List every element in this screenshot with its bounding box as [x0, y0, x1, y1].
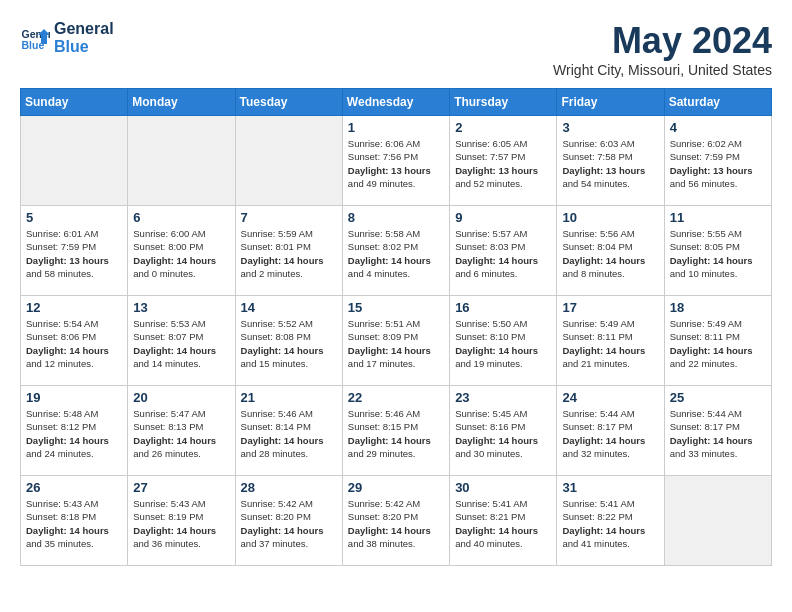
day-number: 30: [455, 480, 551, 495]
cell-info: Sunrise: 6:06 AMSunset: 7:56 PMDaylight:…: [348, 137, 444, 190]
calendar-week-3: 12Sunrise: 5:54 AMSunset: 8:06 PMDayligh…: [21, 296, 772, 386]
month-title: May 2024: [553, 20, 772, 62]
cell-info: Sunrise: 6:02 AMSunset: 7:59 PMDaylight:…: [670, 137, 766, 190]
calendar-cell: 16Sunrise: 5:50 AMSunset: 8:10 PMDayligh…: [450, 296, 557, 386]
day-number: 5: [26, 210, 122, 225]
cell-info: Sunrise: 5:50 AMSunset: 8:10 PMDaylight:…: [455, 317, 551, 370]
logo: General Blue General Blue: [20, 20, 114, 56]
cell-info: Sunrise: 5:43 AMSunset: 8:19 PMDaylight:…: [133, 497, 229, 550]
cell-info: Sunrise: 6:05 AMSunset: 7:57 PMDaylight:…: [455, 137, 551, 190]
calendar-cell: 5Sunrise: 6:01 AMSunset: 7:59 PMDaylight…: [21, 206, 128, 296]
calendar-cell: 27Sunrise: 5:43 AMSunset: 8:19 PMDayligh…: [128, 476, 235, 566]
day-number: 13: [133, 300, 229, 315]
day-number: 26: [26, 480, 122, 495]
header: General Blue General Blue May 2024 Wrigh…: [20, 20, 772, 78]
day-number: 29: [348, 480, 444, 495]
day-number: 11: [670, 210, 766, 225]
calendar-cell: 22Sunrise: 5:46 AMSunset: 8:15 PMDayligh…: [342, 386, 449, 476]
cell-info: Sunrise: 5:59 AMSunset: 8:01 PMDaylight:…: [241, 227, 337, 280]
cell-info: Sunrise: 5:43 AMSunset: 8:18 PMDaylight:…: [26, 497, 122, 550]
cell-info: Sunrise: 5:57 AMSunset: 8:03 PMDaylight:…: [455, 227, 551, 280]
cell-info: Sunrise: 5:55 AMSunset: 8:05 PMDaylight:…: [670, 227, 766, 280]
day-number: 14: [241, 300, 337, 315]
logo-blue: Blue: [54, 38, 114, 56]
calendar-cell: 25Sunrise: 5:44 AMSunset: 8:17 PMDayligh…: [664, 386, 771, 476]
calendar-week-1: 1Sunrise: 6:06 AMSunset: 7:56 PMDaylight…: [21, 116, 772, 206]
day-number: 16: [455, 300, 551, 315]
calendar-cell: 29Sunrise: 5:42 AMSunset: 8:20 PMDayligh…: [342, 476, 449, 566]
day-number: 17: [562, 300, 658, 315]
cell-info: Sunrise: 5:41 AMSunset: 8:21 PMDaylight:…: [455, 497, 551, 550]
cell-info: Sunrise: 6:03 AMSunset: 7:58 PMDaylight:…: [562, 137, 658, 190]
calendar-cell: 15Sunrise: 5:51 AMSunset: 8:09 PMDayligh…: [342, 296, 449, 386]
cell-info: Sunrise: 5:52 AMSunset: 8:08 PMDaylight:…: [241, 317, 337, 370]
day-number: 8: [348, 210, 444, 225]
calendar-cell: 20Sunrise: 5:47 AMSunset: 8:13 PMDayligh…: [128, 386, 235, 476]
cell-info: Sunrise: 5:54 AMSunset: 8:06 PMDaylight:…: [26, 317, 122, 370]
calendar-cell: 12Sunrise: 5:54 AMSunset: 8:06 PMDayligh…: [21, 296, 128, 386]
weekday-header-sunday: Sunday: [21, 89, 128, 116]
cell-info: Sunrise: 5:56 AMSunset: 8:04 PMDaylight:…: [562, 227, 658, 280]
calendar-cell: 7Sunrise: 5:59 AMSunset: 8:01 PMDaylight…: [235, 206, 342, 296]
calendar-cell: 24Sunrise: 5:44 AMSunset: 8:17 PMDayligh…: [557, 386, 664, 476]
calendar-cell: 1Sunrise: 6:06 AMSunset: 7:56 PMDaylight…: [342, 116, 449, 206]
calendar-cell: 26Sunrise: 5:43 AMSunset: 8:18 PMDayligh…: [21, 476, 128, 566]
day-number: 3: [562, 120, 658, 135]
cell-info: Sunrise: 5:58 AMSunset: 8:02 PMDaylight:…: [348, 227, 444, 280]
cell-info: Sunrise: 5:44 AMSunset: 8:17 PMDaylight:…: [670, 407, 766, 460]
calendar-cell: 6Sunrise: 6:00 AMSunset: 8:00 PMDaylight…: [128, 206, 235, 296]
calendar-cell: [235, 116, 342, 206]
weekday-row: SundayMondayTuesdayWednesdayThursdayFrid…: [21, 89, 772, 116]
calendar-cell: 13Sunrise: 5:53 AMSunset: 8:07 PMDayligh…: [128, 296, 235, 386]
calendar-cell: 19Sunrise: 5:48 AMSunset: 8:12 PMDayligh…: [21, 386, 128, 476]
day-number: 19: [26, 390, 122, 405]
cell-info: Sunrise: 6:00 AMSunset: 8:00 PMDaylight:…: [133, 227, 229, 280]
calendar-cell: 11Sunrise: 5:55 AMSunset: 8:05 PMDayligh…: [664, 206, 771, 296]
day-number: 31: [562, 480, 658, 495]
day-number: 6: [133, 210, 229, 225]
day-number: 1: [348, 120, 444, 135]
day-number: 21: [241, 390, 337, 405]
day-number: 7: [241, 210, 337, 225]
day-number: 9: [455, 210, 551, 225]
calendar-table: SundayMondayTuesdayWednesdayThursdayFrid…: [20, 88, 772, 566]
calendar-cell: 17Sunrise: 5:49 AMSunset: 8:11 PMDayligh…: [557, 296, 664, 386]
calendar-week-4: 19Sunrise: 5:48 AMSunset: 8:12 PMDayligh…: [21, 386, 772, 476]
calendar-cell: 23Sunrise: 5:45 AMSunset: 8:16 PMDayligh…: [450, 386, 557, 476]
day-number: 4: [670, 120, 766, 135]
calendar-cell: 4Sunrise: 6:02 AMSunset: 7:59 PMDaylight…: [664, 116, 771, 206]
weekday-header-monday: Monday: [128, 89, 235, 116]
day-number: 28: [241, 480, 337, 495]
calendar-cell: 28Sunrise: 5:42 AMSunset: 8:20 PMDayligh…: [235, 476, 342, 566]
calendar-cell: 18Sunrise: 5:49 AMSunset: 8:11 PMDayligh…: [664, 296, 771, 386]
calendar-cell: 14Sunrise: 5:52 AMSunset: 8:08 PMDayligh…: [235, 296, 342, 386]
cell-info: Sunrise: 5:48 AMSunset: 8:12 PMDaylight:…: [26, 407, 122, 460]
day-number: 2: [455, 120, 551, 135]
weekday-header-thursday: Thursday: [450, 89, 557, 116]
day-number: 23: [455, 390, 551, 405]
calendar-cell: 30Sunrise: 5:41 AMSunset: 8:21 PMDayligh…: [450, 476, 557, 566]
cell-info: Sunrise: 5:53 AMSunset: 8:07 PMDaylight:…: [133, 317, 229, 370]
cell-info: Sunrise: 5:42 AMSunset: 8:20 PMDaylight:…: [241, 497, 337, 550]
logo-general: General: [54, 20, 114, 38]
svg-text:Blue: Blue: [22, 39, 45, 51]
calendar-cell: 10Sunrise: 5:56 AMSunset: 8:04 PMDayligh…: [557, 206, 664, 296]
title-area: May 2024 Wright City, Missouri, United S…: [553, 20, 772, 78]
cell-info: Sunrise: 5:41 AMSunset: 8:22 PMDaylight:…: [562, 497, 658, 550]
calendar-cell: 31Sunrise: 5:41 AMSunset: 8:22 PMDayligh…: [557, 476, 664, 566]
calendar-cell: 9Sunrise: 5:57 AMSunset: 8:03 PMDaylight…: [450, 206, 557, 296]
weekday-header-friday: Friday: [557, 89, 664, 116]
calendar-cell: 21Sunrise: 5:46 AMSunset: 8:14 PMDayligh…: [235, 386, 342, 476]
day-number: 20: [133, 390, 229, 405]
weekday-header-saturday: Saturday: [664, 89, 771, 116]
calendar-cell: [21, 116, 128, 206]
cell-info: Sunrise: 5:51 AMSunset: 8:09 PMDaylight:…: [348, 317, 444, 370]
cell-info: Sunrise: 5:45 AMSunset: 8:16 PMDaylight:…: [455, 407, 551, 460]
day-number: 15: [348, 300, 444, 315]
day-number: 22: [348, 390, 444, 405]
cell-info: Sunrise: 6:01 AMSunset: 7:59 PMDaylight:…: [26, 227, 122, 280]
weekday-header-tuesday: Tuesday: [235, 89, 342, 116]
day-number: 18: [670, 300, 766, 315]
calendar-cell: [128, 116, 235, 206]
cell-info: Sunrise: 5:42 AMSunset: 8:20 PMDaylight:…: [348, 497, 444, 550]
